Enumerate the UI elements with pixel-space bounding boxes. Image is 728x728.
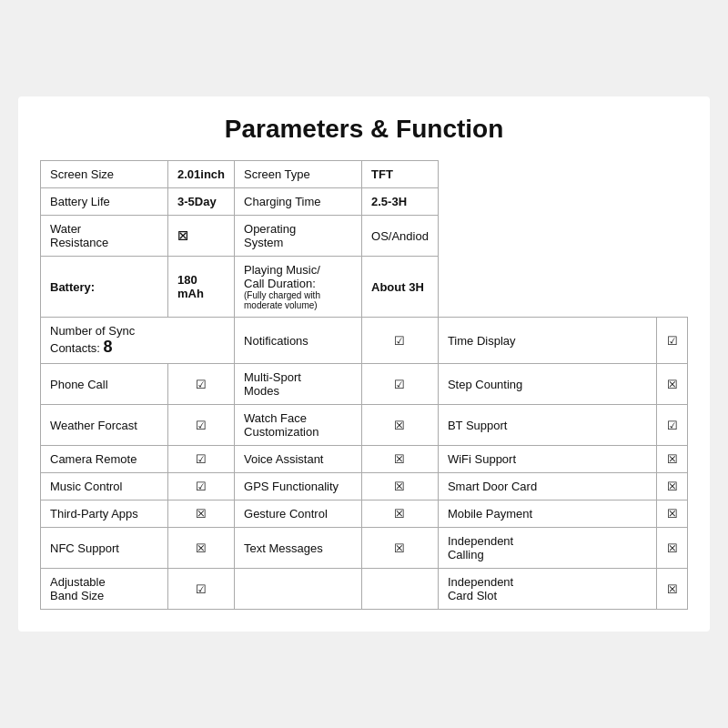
feature-row-5: NFC Support ☒ Text Messages ☒ Independen…	[41, 528, 688, 569]
music-duration-value: About 3H	[362, 257, 439, 318]
smart-door-card-check: ☒	[657, 473, 688, 500]
page-title: Parameters & Function	[40, 115, 688, 144]
multi-sport-check: ☑	[362, 364, 439, 405]
screen-size-value: 2.01inch	[168, 161, 235, 188]
camera-remote-label: Camera Remote	[41, 446, 168, 473]
notifications-check: ☑	[362, 318, 439, 364]
specs-table: Screen Size 2.01inch Screen Type TFT Bat…	[40, 160, 688, 610]
gps-functionality-label: GPS Functionality	[235, 473, 362, 500]
notifications-label: Notifications	[235, 318, 362, 364]
gesture-control-label: Gesture Control	[235, 500, 362, 528]
mobile-payment-check: ☒	[657, 500, 688, 528]
music-control-check: ☑	[168, 473, 235, 500]
spec-row-battery: Battery: 180 mAh Playing Music/Call Dura…	[41, 257, 688, 318]
watch-face-check: ☒	[362, 405, 439, 446]
wifi-support-check: ☒	[657, 446, 688, 473]
voice-assistant-check: ☒	[362, 446, 439, 473]
mobile-payment-label: Mobile Payment	[438, 500, 656, 528]
screen-size-label: Screen Size	[41, 161, 168, 188]
multi-sport-label: Multi-SportModes	[235, 364, 362, 405]
charging-time-label: Charging Time	[235, 188, 362, 216]
battery-life-label: Battery Life	[41, 188, 168, 216]
spec-row-screen: Screen Size 2.01inch Screen Type TFT	[41, 161, 688, 188]
time-display-check: ☑	[657, 318, 688, 364]
music-control-label: Music Control	[41, 473, 168, 500]
text-messages-check: ☒	[362, 528, 439, 569]
wifi-support-label: WiFi Support	[438, 446, 656, 473]
weather-forcast-label: Weather Forcast	[41, 405, 168, 446]
feature-row-4: Third-Party Apps ☒ Gesture Control ☒ Mob…	[41, 500, 688, 528]
battery-life-value: 3-5Day	[168, 188, 235, 216]
gesture-control-check: ☒	[362, 500, 439, 528]
empty-check	[362, 569, 439, 610]
water-resistance-value: ☒	[168, 216, 235, 257]
water-resistance-label: WaterResistance	[41, 216, 168, 257]
card: Parameters & Function Screen Size 2.01in…	[18, 96, 710, 632]
nfc-support-label: NFC Support	[41, 528, 168, 569]
battery-label: Battery:	[41, 257, 168, 318]
feature-row-1: Weather Forcast ☑ Watch FaceCustomizatio…	[41, 405, 688, 446]
watch-face-label: Watch FaceCustomization	[235, 405, 362, 446]
independent-card-slot-label: IndependentCard Slot	[438, 569, 656, 610]
phone-call-label: Phone Call	[41, 364, 168, 405]
battery-value: 180 mAh	[168, 257, 235, 318]
adjustable-band-label: AdjustableBand Size	[41, 569, 168, 610]
bt-support-label: BT Support	[438, 405, 656, 446]
camera-remote-check: ☑	[168, 446, 235, 473]
weather-forcast-check: ☑	[168, 405, 235, 446]
os-value: OS/Andiod	[362, 216, 439, 257]
step-counting-check: ☒	[657, 364, 688, 405]
empty-label	[235, 569, 362, 610]
feature-row-2: Camera Remote ☑ Voice Assistant ☒ WiFi S…	[41, 446, 688, 473]
independent-card-slot-check: ☒	[657, 569, 688, 610]
third-party-apps-label: Third-Party Apps	[41, 500, 168, 528]
sync-contacts-cell: Number of SyncContacts: 8	[41, 318, 235, 364]
phone-call-check: ☑	[168, 364, 235, 405]
feature-row-6: AdjustableBand Size ☑ IndependentCard Sl…	[41, 569, 688, 610]
nfc-support-check: ☒	[168, 528, 235, 569]
spec-row-battery-life: Battery Life 3-5Day Charging Time 2.5-3H	[41, 188, 688, 216]
spec-row-water: WaterResistance ☒ OperatingSystem OS/And…	[41, 216, 688, 257]
gps-functionality-check: ☒	[362, 473, 439, 500]
feature-row-3: Music Control ☑ GPS Functionality ☒ Smar…	[41, 473, 688, 500]
voice-assistant-label: Voice Assistant	[235, 446, 362, 473]
feature-header-row: Number of SyncContacts: 8 Notifications …	[41, 318, 688, 364]
feature-row-0: Phone Call ☑ Multi-SportModes ☑ Step Cou…	[41, 364, 688, 405]
time-display-label: Time Display	[438, 318, 656, 364]
smart-door-card-label: Smart Door Card	[438, 473, 656, 500]
charging-time-value: 2.5-3H	[362, 188, 439, 216]
bt-support-check: ☑	[657, 405, 688, 446]
screen-type-label: Screen Type	[235, 161, 362, 188]
adjustable-band-check: ☑	[168, 569, 235, 610]
step-counting-label: Step Counting	[438, 364, 656, 405]
text-messages-label: Text Messages	[235, 528, 362, 569]
third-party-apps-check: ☒	[168, 500, 235, 528]
independent-calling-label: IndependentCalling	[438, 528, 656, 569]
os-label: OperatingSystem	[235, 216, 362, 257]
music-duration-label: Playing Music/Call Duration:(Fully charg…	[235, 257, 362, 318]
independent-calling-check: ☒	[657, 528, 688, 569]
screen-type-value: TFT	[362, 161, 439, 188]
